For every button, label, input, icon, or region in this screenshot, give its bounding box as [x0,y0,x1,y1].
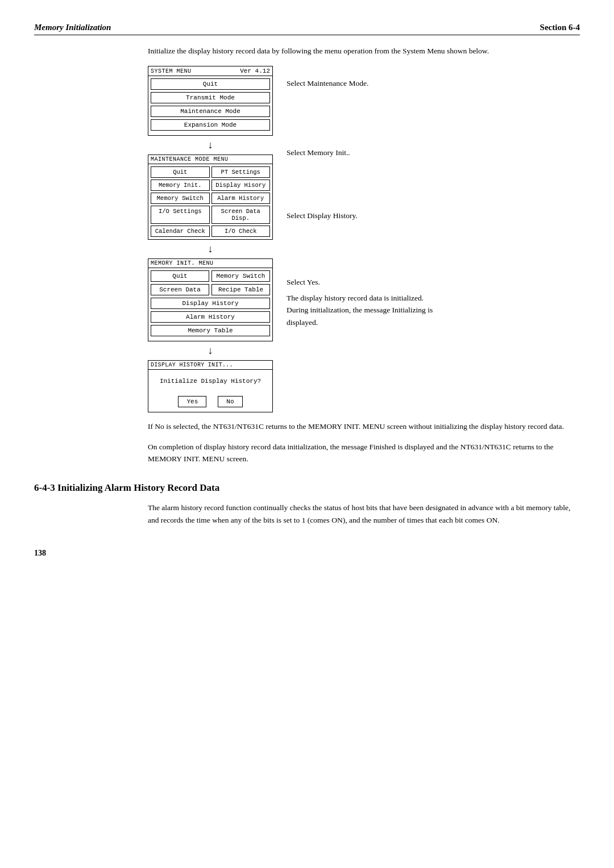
maint-btn-pt-settings[interactable]: PT Settings [211,166,271,178]
mi-row-3: Display History [151,298,270,309]
maint-btn-memory-switch[interactable]: Memory Switch [151,193,210,204]
system-btn-transmit[interactable]: Transmit Mode [151,92,270,103]
maint-btn-calendar[interactable]: Calendar Check [151,226,210,237]
mi-btn-memory-table[interactable]: Memory Table [151,325,270,336]
system-btn-maintenance[interactable]: Maintenance Mode [151,106,270,117]
arrow-3: ↓ [148,345,273,357]
maint-btn-memory-init[interactable]: Memory Init. [151,180,210,191]
system-menu-row-expansion: Expansion Mode [151,119,270,131]
desc-4-title: Select Yes. [287,276,446,289]
maint-btn-screen-data[interactable]: Screen Data Disp. [211,206,271,224]
mi-row-2: Screen Data Recipe Table [151,284,270,295]
footnote-2: On completion of display history record … [148,441,580,465]
main-content: SYSTEM MENU Ver 4.12 Quit Transmit Mode … [34,66,580,412]
mi-btn-display-history[interactable]: Display History [151,298,270,309]
system-menu-row-transmit: Transmit Mode [151,92,270,103]
mi-btn-screen-data[interactable]: Screen Data [151,284,209,295]
maint-btn-io-check[interactable]: I/O Check [211,226,271,237]
mi-row-4: Alarm History [151,311,270,323]
mi-row-5: Memory Table [151,325,270,336]
system-menu-row-maintenance: Maintenance Mode [151,106,270,117]
mi-row-1: Quit Memory Switch [151,270,270,282]
dh-init-buttons: Yes No [153,396,268,407]
section-title-left: Memory Initialization [34,23,111,32]
maint-btn-io-settings[interactable]: I/O Settings [151,206,210,224]
system-btn-expansion[interactable]: Expansion Mode [151,119,270,131]
memory-init-menu-title: MEMORY INIT. MENU [148,259,272,268]
dh-no-button[interactable]: No [218,396,242,407]
arrow-1: ↓ [148,139,273,151]
maint-btn-display-history[interactable]: Display Hisory [211,180,271,191]
dh-init-body: Initialize Display History? Yes No [148,370,272,412]
system-menu-title: SYSTEM MENU Ver 4.12 [148,66,272,76]
maintenance-menu-box: MAINTENANCE MODE MENU Quit PT Settings M… [148,155,273,240]
maintenance-menu-title: MAINTENANCE MODE MENU [148,155,272,164]
mi-btn-memory-switch[interactable]: Memory Switch [211,270,270,282]
system-menu-box: SYSTEM MENU Ver 4.12 Quit Transmit Mode … [148,66,273,136]
dh-yes-button[interactable]: Yes [178,396,206,407]
page-number: 138 [34,549,580,558]
maint-btn-quit[interactable]: Quit [151,166,210,178]
section-title-right: Section 6-4 [540,23,580,32]
desc-4-body: The display history record data is initi… [287,292,446,329]
footnote-1: If No is selected, the NT631/NT631C retu… [148,420,580,433]
section-body: The alarm history record function contin… [148,502,580,526]
system-menu-body: Quit Transmit Mode Maintenance Mode Expa… [148,76,272,135]
desc-4: Select Yes. The display history record d… [287,276,446,328]
mi-btn-quit[interactable]: Quit [151,270,209,282]
desc-1: Select Maintenance Mode. [287,77,446,90]
mi-btn-alarm-history[interactable]: Alarm History [151,311,270,323]
desc-2: Select Memory Init.. [287,147,446,159]
dh-init-box: DISPLAY HISTORY INIT... Initialize Displ… [148,360,273,412]
dh-init-question: Initialize Display History? [153,378,268,385]
arrow-2: ↓ [148,243,273,255]
desc-3: Select Display History. [287,210,446,222]
memory-init-menu-box: MEMORY INIT. MENU Quit Memory Switch Scr… [148,258,273,341]
system-menu-row-quit: Quit [151,78,270,90]
section-heading: 6-4-3 Initializing Alarm History Record … [34,482,580,494]
memory-init-menu-body: Quit Memory Switch Screen Data Recipe Ta… [148,268,272,341]
maint-btn-alarm-history[interactable]: Alarm History [211,193,271,204]
maintenance-menu-grid: Quit PT Settings Memory Init. Display Hi… [148,164,272,239]
system-btn-quit[interactable]: Quit [151,78,270,90]
descriptions-column: Select Maintenance Mode. Select Memory I… [287,66,446,412]
mi-btn-recipe-table[interactable]: Recipe Table [211,284,270,295]
page-header: Memory Initialization Section 6-4 [34,23,580,35]
menus-column: SYSTEM MENU Ver 4.12 Quit Transmit Mode … [148,66,273,412]
intro-paragraph: Initialize the display history record da… [148,45,580,57]
dh-init-title: DISPLAY HISTORY INIT... [148,361,272,370]
